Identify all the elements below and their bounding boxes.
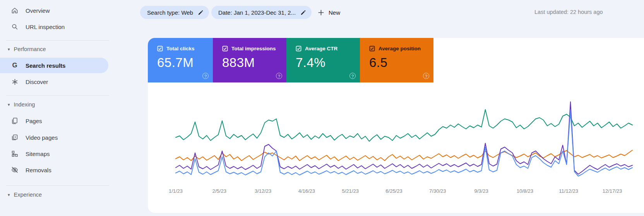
new-button-label: New [329, 9, 340, 16]
checked-checkbox-icon[interactable] [222, 46, 228, 51]
pages-icon [11, 117, 19, 125]
checked-checkbox-icon[interactable] [296, 46, 301, 51]
section-label: Experience [14, 192, 42, 198]
sidebar-item-pages[interactable]: Pages [0, 113, 108, 129]
help-icon[interactable]: ? [349, 73, 356, 79]
metric-label: Total impressions [231, 46, 276, 51]
help-icon[interactable]: ? [276, 73, 282, 79]
x-axis-label: 5/21/23 [335, 188, 366, 194]
sidebar-item-label: Overview [26, 7, 50, 14]
chevron-down-icon: ▾ [8, 102, 10, 107]
checked-checkbox-icon[interactable] [157, 46, 163, 51]
sidebar-item-search-results[interactable]: G Search results [0, 58, 108, 73]
sidebar-item-discover[interactable]: Discover [0, 74, 108, 90]
total-impressions-card[interactable]: Total impressions 883M ? [213, 38, 286, 82]
x-axis-label: 9/3/23 [466, 188, 497, 194]
chevron-down-icon: ▾ [8, 192, 10, 197]
help-icon[interactable]: ? [423, 73, 429, 79]
sidebar-section-performance[interactable]: ▾ Performance [0, 43, 108, 56]
x-axis-label: 1/1/23 [160, 188, 191, 194]
average-position-card[interactable]: Average position 6.5 ? [360, 38, 433, 82]
discover-asterisk-icon [11, 78, 19, 86]
sidebar: Overview URL inspection ▾ Performance G … [0, 0, 116, 216]
x-axis-label: 6/25/23 [379, 188, 409, 194]
sidebar-item-label: Sitemaps [26, 151, 50, 157]
chip-label: Search type: Web [147, 9, 193, 16]
chip-label: Date: Jan 1, 2023-Dec 31, 2... [218, 9, 296, 16]
metric-label: Average position [379, 46, 421, 51]
sidebar-item-label: Pages [26, 118, 42, 124]
sidebar-item-sitemaps[interactable]: Sitemaps [0, 146, 108, 162]
metric-label: Total clicks [166, 46, 195, 51]
sidebar-section-indexing[interactable]: ▾ Indexing [0, 98, 108, 111]
sidebar-item-overview[interactable]: Overview [0, 2, 108, 19]
sidebar-item-url-inspection[interactable]: URL inspection [0, 19, 108, 35]
metric-label: Average CTR [305, 46, 337, 51]
date-filter-chip[interactable]: Date: Jan 1, 2023-Dec 31, 2... [211, 6, 312, 19]
section-label: Performance [14, 46, 46, 52]
sidebar-divider [6, 40, 109, 41]
sidebar-section-experience[interactable]: ▾ Experience [0, 188, 108, 201]
home-icon [11, 7, 19, 14]
edit-pencil-icon[interactable] [198, 10, 204, 15]
section-label: Indexing [14, 101, 35, 108]
new-filter-button[interactable]: New [317, 6, 340, 19]
metric-value: 883M [222, 55, 286, 70]
edit-pencil-icon[interactable] [300, 10, 306, 15]
video-pages-icon [11, 134, 19, 141]
average-ctr-card[interactable]: Average CTR 7.4% ? [286, 38, 360, 82]
sidebar-item-label: Removals [26, 167, 51, 173]
metric-cards-row: Total clicks 65.7M ? Total impressions 8… [148, 38, 433, 82]
last-updated-text: Last updated: 22 hours ago [534, 9, 603, 15]
x-axis-labels: 1/1/232/5/233/12/234/16/235/21/236/25/23… [148, 188, 644, 196]
performance-report-card: Total clicks 65.7M ? Total impressions 8… [148, 38, 644, 213]
sidebar-item-label: Search results [26, 62, 65, 69]
x-axis-label: 3/12/23 [248, 188, 279, 194]
sidebar-divider [6, 185, 109, 186]
x-axis-label: 11/12/23 [553, 188, 584, 194]
chevron-down-icon: ▾ [8, 47, 10, 52]
sidebar-item-video-pages[interactable]: Video pages [0, 129, 108, 146]
search-icon [11, 23, 19, 31]
search-type-filter-chip[interactable]: Search type: Web [140, 6, 209, 19]
sidebar-item-label: Video pages [26, 134, 58, 141]
x-axis-label: 10/8/23 [509, 188, 540, 194]
total-clicks-card[interactable]: Total clicks 65.7M ? [148, 38, 213, 82]
sitemaps-icon [11, 150, 19, 158]
help-icon[interactable]: ? [202, 73, 209, 79]
metric-value: 65.7M [157, 55, 213, 70]
plus-icon [317, 9, 325, 16]
metric-value: 6.5 [369, 55, 433, 70]
metric-value: 7.4% [296, 55, 360, 70]
chart-line-ctr [176, 110, 632, 141]
x-axis-label: 2/5/23 [204, 188, 235, 194]
x-axis-label: 4/16/23 [291, 188, 322, 194]
sidebar-item-removals[interactable]: Removals [0, 162, 108, 178]
performance-chart [148, 99, 644, 190]
x-axis-label: 12/17/23 [597, 188, 628, 194]
sidebar-divider [6, 95, 109, 96]
sidebar-item-label: Discover [26, 79, 48, 85]
chart-area[interactable] [148, 99, 644, 190]
eye-off-icon [11, 166, 19, 174]
sidebar-item-label: URL inspection [26, 24, 65, 30]
google-g-icon: G [11, 62, 19, 69]
checked-checkbox-icon[interactable] [369, 46, 375, 51]
x-axis-label: 7/30/23 [422, 188, 453, 194]
chart-line-clicks [176, 110, 632, 176]
